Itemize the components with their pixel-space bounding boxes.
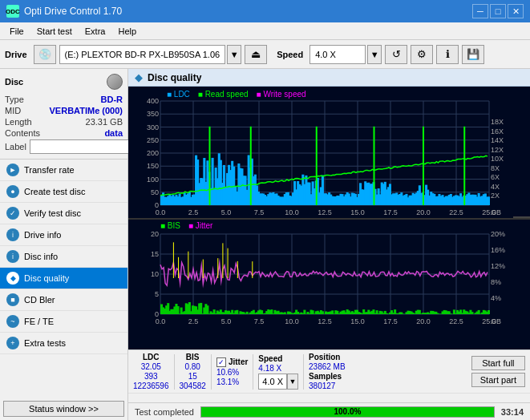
ldc-stats: LDC 32.05 393 12236596 bbox=[133, 353, 169, 390]
position-val: 23862 MB bbox=[309, 362, 346, 371]
eject-btn[interactable]: ⏏ bbox=[245, 45, 267, 64]
legend-bis: ■ BIS bbox=[160, 221, 180, 230]
sidebar: Disc Type BD-R MID VERBATIMe (000) Lengt… bbox=[0, 69, 128, 420]
label-input[interactable] bbox=[30, 139, 136, 154]
app-title: Opti Drive Control 1.70 bbox=[24, 6, 122, 17]
nav-item-extra-tests[interactable]: +Extra tests bbox=[0, 333, 127, 354]
menu-file[interactable]: File bbox=[3, 25, 30, 38]
divider3 bbox=[253, 354, 253, 390]
app-icon: ODC bbox=[6, 5, 19, 18]
bis-total: 304582 bbox=[180, 382, 206, 390]
jitter-header: Jitter bbox=[229, 357, 248, 366]
type-label: Type bbox=[5, 95, 24, 104]
nav-icon-disc-info: i bbox=[6, 250, 19, 263]
jitter-check-row: ✓ Jitter bbox=[216, 357, 248, 367]
chart-area: ◆ Disc quality ■ LDC ■ Read speed ■ Writ… bbox=[128, 69, 530, 420]
drive-dropdown-arrow[interactable]: ▼ bbox=[227, 45, 241, 64]
speed-select-row: 4.0 X ▼ bbox=[258, 374, 298, 390]
chart-title: Disc quality bbox=[148, 72, 201, 83]
nav-item-drive-info[interactable]: iDrive info bbox=[0, 224, 127, 246]
drive-dropdown[interactable]: (E:) PLEXTOR BD-R PX-LB950SA 1.06 bbox=[59, 45, 226, 64]
speed-select-small[interactable]: 4.0 X bbox=[258, 374, 287, 390]
minimize-button[interactable]: ─ bbox=[472, 4, 488, 18]
nav-icon-disc-quality: ◆ bbox=[6, 272, 19, 285]
menu-start-test[interactable]: Start test bbox=[30, 25, 79, 38]
samples-label: Samples bbox=[309, 372, 346, 381]
nav-label-disc-info: Disc info bbox=[24, 252, 58, 261]
speed-select[interactable]: 4.0 X ▼ bbox=[310, 45, 382, 64]
bis-avg: 0.80 bbox=[184, 362, 200, 371]
save-btn[interactable]: 💾 bbox=[462, 45, 484, 64]
ldc-max: 393 bbox=[144, 372, 158, 381]
length-label: Length bbox=[5, 117, 32, 127]
nav-label-disc-quality: Disc quality bbox=[24, 273, 69, 283]
title-bar: ODC Opti Drive Control 1.70 ─ □ ✕ bbox=[0, 0, 530, 22]
nav-label-cd-bler: CD Bler bbox=[24, 295, 55, 305]
disc-header: Disc bbox=[5, 74, 123, 90]
nav-label-extra-tests: Extra tests bbox=[24, 338, 66, 348]
chart-header: ◆ Disc quality bbox=[128, 69, 530, 87]
nav-label-drive-info: Drive info bbox=[24, 230, 61, 240]
disc-type-row: Type BD-R bbox=[5, 95, 123, 104]
nav-item-disc-info[interactable]: iDisc info bbox=[0, 246, 127, 268]
speed-section: Speed 4.18 X 4.0 X ▼ bbox=[258, 354, 298, 390]
ldc-avg: 32.05 bbox=[141, 362, 161, 371]
jitter-checkbox[interactable]: ✓ bbox=[216, 357, 226, 367]
close-button[interactable]: ✕ bbox=[508, 4, 524, 18]
speed-dropdown-arrow[interactable]: ▼ bbox=[367, 45, 382, 64]
title-bar-controls: ─ □ ✕ bbox=[472, 4, 524, 18]
top-chart-canvas bbox=[128, 87, 513, 223]
drive-select[interactable]: (E:) PLEXTOR BD-R PX-LB950SA 1.06 ▼ bbox=[59, 45, 242, 64]
legend-jitter: ■ Jitter bbox=[188, 221, 213, 230]
speed-stat-label: Speed bbox=[258, 354, 298, 363]
settings-btn[interactable]: ⚙ bbox=[411, 45, 433, 64]
status-window-btn[interactable]: Status window >> bbox=[3, 401, 124, 417]
info-btn[interactable]: ℹ bbox=[436, 45, 459, 64]
length-value: 23.31 GB bbox=[86, 117, 123, 127]
start-buttons: Start full Start part bbox=[471, 356, 525, 387]
nav-item-cd-bler[interactable]: ■CD Bler bbox=[0, 289, 127, 311]
bottom-chart-canvas bbox=[128, 220, 513, 332]
divider2 bbox=[211, 354, 212, 390]
mid-label: MID bbox=[5, 106, 21, 115]
contents-label: Contents bbox=[5, 128, 40, 138]
disc-length-row: Length 23.31 GB bbox=[5, 117, 123, 127]
speed-select-arrow[interactable]: ▼ bbox=[287, 374, 298, 390]
jitter-section: ✓ Jitter 10.6% 13.1% bbox=[216, 357, 248, 386]
main-content: Disc Type BD-R MID VERBATIMe (000) Lengt… bbox=[0, 69, 530, 420]
menu-extra[interactable]: Extra bbox=[79, 25, 112, 38]
nav-icon-create-test-disc: ● bbox=[6, 185, 19, 198]
position-section: Position 23862 MB Samples 380127 bbox=[309, 353, 346, 390]
disc-section: Disc Type BD-R MID VERBATIMe (000) Lengt… bbox=[0, 69, 127, 160]
chart-header-icon: ◆ bbox=[135, 71, 143, 83]
sidebar-nav: ►Transfer rate●Create test disc✓Verify t… bbox=[0, 160, 127, 398]
maximize-button[interactable]: □ bbox=[490, 4, 506, 18]
nav-item-create-test-disc[interactable]: ●Create test disc bbox=[0, 181, 127, 203]
nav-icon-cd-bler: ■ bbox=[6, 293, 19, 306]
nav-item-transfer-rate[interactable]: ►Transfer rate bbox=[0, 160, 127, 181]
disc-contents-row: Contents data bbox=[5, 128, 123, 138]
nav-label-create-test-disc: Create test disc bbox=[24, 187, 85, 196]
drive-icon-btn[interactable]: 💿 bbox=[34, 45, 56, 64]
speed-dropdown[interactable]: 4.0 X bbox=[310, 45, 366, 64]
progress-track: 100.0% bbox=[200, 406, 495, 418]
nav-label-transfer-rate: Transfer rate bbox=[24, 165, 75, 175]
bis-max: 15 bbox=[188, 372, 197, 381]
nav-icon-fe-te: ~ bbox=[6, 315, 19, 328]
nav-icon-drive-info: i bbox=[6, 228, 19, 241]
legend-write: ■ Write speed bbox=[257, 90, 306, 99]
nav-item-verify-test-disc[interactable]: ✓Verify test disc bbox=[0, 203, 127, 224]
nav-label-fe-te: FE / TE bbox=[24, 317, 54, 326]
refresh-btn[interactable]: ↺ bbox=[385, 45, 407, 64]
nav-item-fe-te[interactable]: ~FE / TE bbox=[0, 311, 127, 333]
divider1 bbox=[174, 354, 175, 390]
menu-help[interactable]: Help bbox=[111, 25, 143, 38]
start-part-btn[interactable]: Start part bbox=[471, 373, 525, 387]
nav-icon-transfer-rate: ► bbox=[6, 164, 19, 176]
nav-item-disc-quality[interactable]: ◆Disc quality bbox=[0, 268, 127, 289]
start-full-btn[interactable]: Start full bbox=[471, 356, 525, 370]
top-legend: ■ LDC ■ Read speed ■ Write speed bbox=[160, 88, 506, 100]
drive-label: Drive bbox=[5, 50, 27, 59]
bis-header: BIS bbox=[186, 353, 200, 361]
mid-value: VERBATIMe (000) bbox=[50, 106, 123, 115]
